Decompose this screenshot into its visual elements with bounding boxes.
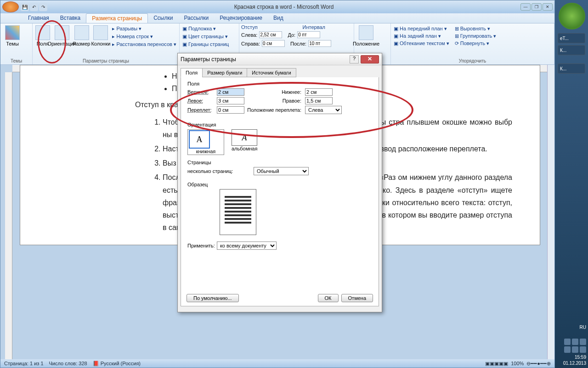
default-button[interactable]: По умолчанию... (187, 294, 239, 302)
right-margin-input[interactable] (305, 97, 333, 104)
taskbar-item[interactable]: еТ... (558, 33, 585, 43)
indent-right-input[interactable] (262, 40, 285, 47)
position-button[interactable]: Положение (356, 24, 376, 46)
apply-label: Применить: (187, 243, 215, 248)
page-setup-dialog: Параметры страницы ? ✕ Поля Размер бумаг… (177, 53, 382, 312)
dialog-tab-paper[interactable]: Размер бумаги (202, 68, 247, 77)
portrait-option[interactable]: Aкнижная (187, 129, 224, 155)
gutter-label: Переплет: (187, 107, 215, 113)
tray-icon[interactable] (564, 339, 571, 345)
dialog-tab-margins[interactable]: Поля (181, 68, 203, 77)
quick-access-toolbar: 💾 ↶ ↷ (21, 3, 47, 11)
zoom-level[interactable]: 100% (511, 361, 524, 366)
group-arrange-label: Упорядочить (393, 58, 552, 63)
taskbar-item[interactable]: К... (558, 45, 585, 55)
gutter-pos-select[interactable]: Слева (305, 106, 342, 114)
group-themes-label: Темы (2, 58, 30, 63)
cancel-button[interactable]: Отмена (341, 294, 373, 302)
text-wrap-button[interactable]: ▣ Обтекание текстом ▾ (393, 40, 450, 47)
breaks-button[interactable]: ▸ Разрывы ▾ (111, 25, 177, 32)
tray-icon[interactable] (564, 346, 571, 353)
orientation-button[interactable]: Ориентация (52, 24, 72, 46)
hyphenation-button[interactable]: ▸ Расстановка переносов ▾ (111, 41, 177, 48)
system-tray[interactable]: RU 15:59 01.12.2013 (557, 324, 586, 366)
taskbar-item[interactable]: К... (558, 63, 585, 74)
dialog-tab-source[interactable]: Источник бумаги (247, 68, 296, 77)
tray-icon[interactable] (572, 346, 578, 353)
ribbon-tabs: Главная Вставка Разметка страницы Ссылки… (0, 13, 554, 23)
align-button[interactable]: ⊞ Выровнять ▾ (454, 25, 498, 32)
dialog-title: Параметры страницы (181, 56, 236, 63)
tab-review[interactable]: Рецензирование (214, 13, 268, 23)
titlebar: 💾 ↶ ↷ Красная строка в word - Microsoft … (0, 0, 554, 13)
multi-pages-label: несколько страниц: (187, 168, 252, 174)
office-button[interactable] (2, 1, 19, 12)
preview-box (220, 189, 256, 235)
group-page-setup-label: Параметры страницы (34, 58, 177, 63)
tray-icon[interactable] (572, 339, 578, 345)
page-color-button[interactable]: ▣ Цвет страницы ▾ (181, 33, 230, 40)
indent-left-input[interactable] (259, 31, 282, 38)
top-margin-input[interactable] (217, 88, 244, 96)
start-button[interactable] (559, 3, 585, 29)
vertical-ruler[interactable] (5, 72, 12, 359)
gutter-input[interactable] (217, 106, 244, 114)
zoom-slider[interactable]: ⊖━━●━━⊕ (526, 361, 551, 367)
tab-page-layout[interactable]: Разметка страницы (86, 13, 148, 23)
tray-lang[interactable]: RU (557, 324, 586, 330)
right-margin-label: Правое: (246, 98, 303, 104)
status-page[interactable]: Страница: 1 из 1 (4, 361, 44, 366)
left-margin-input[interactable] (217, 97, 244, 104)
apply-select[interactable]: ко всему документу (217, 242, 277, 250)
left-margin-label: Левое: (187, 98, 215, 104)
save-icon[interactable]: 💾 (21, 3, 29, 11)
size-button[interactable]: Размер (73, 24, 90, 46)
tab-mailings[interactable]: Рассылки (178, 13, 214, 23)
rotate-button[interactable]: ⟳ Повернуть ▾ (454, 40, 498, 47)
dialog-titlebar[interactable]: Параметры страницы ? ✕ (178, 53, 382, 65)
tray-icon[interactable] (580, 339, 586, 345)
tab-insert[interactable]: Вставка (55, 13, 86, 23)
send-back-button[interactable]: ▣ На задний план ▾ (393, 33, 450, 40)
tray-time[interactable]: 15:59 (557, 354, 586, 360)
page-borders-button[interactable]: ▣ Границы страниц (181, 41, 230, 48)
status-words[interactable]: Число слов: 328 (49, 361, 87, 366)
bottom-margin-input[interactable] (305, 88, 333, 96)
tray-icon[interactable] (580, 346, 586, 353)
windows-taskbar: еТ... К... К... RU 15:59 01.12.2013 (555, 0, 588, 368)
tab-home[interactable]: Главная (23, 13, 55, 23)
bring-front-button[interactable]: ▣ На передний план ▾ (393, 25, 450, 32)
redo-icon[interactable]: ↷ (39, 3, 47, 11)
indent-right-label: Справа: (241, 41, 260, 46)
gutter-pos-label: Положение переплета: (246, 107, 303, 113)
minimize-button[interactable]: — (520, 3, 531, 11)
spacing-after-input[interactable] (308, 40, 331, 47)
columns-button[interactable]: Колонки (91, 24, 110, 46)
tab-view[interactable]: Вид (268, 13, 289, 23)
tray-date[interactable]: 01.12.2013 (557, 360, 586, 366)
ok-button[interactable]: ОК (318, 294, 339, 302)
multi-pages-select[interactable]: Обычный (254, 167, 309, 175)
close-button[interactable]: ✕ (543, 3, 553, 11)
view-buttons[interactable]: ▣▣▣▣▣ (485, 361, 508, 367)
spacing-before-input[interactable] (297, 31, 320, 38)
dialog-help-button[interactable]: ? (350, 55, 359, 63)
vertical-scrollbar[interactable] (547, 65, 554, 359)
dialog-close-button[interactable]: ✕ (361, 55, 379, 63)
landscape-option[interactable]: Aальбомная (232, 129, 257, 155)
maximize-button[interactable]: ❐ (531, 3, 542, 11)
tab-references[interactable]: Ссылки (148, 13, 178, 23)
top-margin-label: Верхнее: (187, 89, 215, 95)
statusbar: Страница: 1 из 1 Число слов: 328 📕 Русск… (0, 359, 554, 368)
watermark-button[interactable]: ▣ Подложка ▾ (181, 25, 230, 32)
undo-icon[interactable]: ↶ (30, 3, 38, 11)
line-numbers-button[interactable]: ▸ Номера строк ▾ (111, 33, 177, 40)
themes-button[interactable]: Темы (2, 24, 23, 46)
window-title: Красная строка в word - Microsoft Word (47, 4, 520, 10)
group-button[interactable]: ⊞ Группировать ▾ (454, 33, 498, 40)
bottom-margin-label: Нижнее: (246, 89, 303, 95)
status-lang[interactable]: 📕 Русский (Россия) (93, 361, 141, 367)
indent-left-label: Слева: (241, 32, 257, 38)
